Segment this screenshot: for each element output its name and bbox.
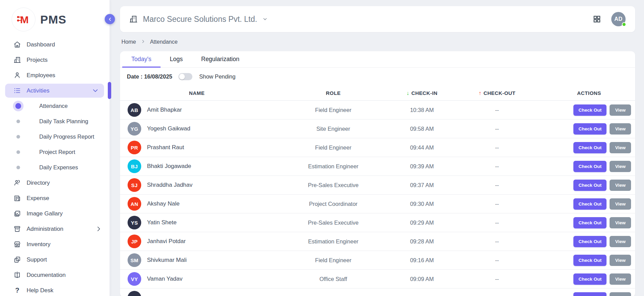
- sidebar-item-support[interactable]: Support: [0, 252, 109, 267]
- view-button[interactable]: View: [610, 104, 631, 116]
- employee-name: Akshay Nale: [147, 200, 179, 207]
- view-button[interactable]: View: [610, 292, 631, 296]
- employee-name: Vaman Yadav: [147, 276, 182, 282]
- employee-cell: JP Janhavi Potdar: [120, 235, 274, 248]
- sidebar-item-inventory[interactable]: Inventory: [0, 237, 109, 252]
- column-header-name[interactable]: NAME: [120, 90, 274, 96]
- sidebar-collapse-button[interactable]: [105, 14, 115, 24]
- check-out-time: --: [451, 220, 543, 226]
- sidebar-item-label: Dashboard: [27, 41, 55, 48]
- check-out-button[interactable]: Check Out: [573, 255, 607, 266]
- employee-cell: [120, 291, 274, 296]
- apps-grid-icon[interactable]: [593, 15, 601, 23]
- check-in-time: 09:37 AM: [393, 182, 451, 188]
- avatar: AN: [128, 197, 141, 211]
- avatar: BJ: [128, 159, 141, 173]
- sidebar-item-activities[interactable]: Activities: [5, 84, 104, 98]
- check-out-button[interactable]: Check Out: [573, 217, 607, 228]
- attendance-table-body: AB Amit Bhapkar Field Engineer 10:38 AM …: [120, 101, 635, 296]
- column-header-label: CHECK-IN: [411, 90, 438, 96]
- check-out-button[interactable]: Check Out: [573, 198, 607, 210]
- actions-cell: Check Out View: [543, 198, 635, 210]
- view-button[interactable]: View: [610, 255, 631, 266]
- sidebar-item-image-gallary[interactable]: Image Gallary: [0, 206, 109, 221]
- check-out-button[interactable]: Check Out: [573, 123, 607, 135]
- bullet-icon: [16, 119, 20, 123]
- check-out-button[interactable]: Check Out: [573, 236, 607, 247]
- sidebar-item-label: Expense: [27, 195, 49, 202]
- main-content: Marco Secure Solutions Pvt. Ltd. AD Home…: [110, 0, 644, 296]
- employee-role: Estimation Engineer: [274, 238, 393, 245]
- sidebar-item-expense[interactable]: Expense: [0, 191, 109, 206]
- attendance-table: NAME ROLE ↓ CHECK-IN ↑ CHECK-OUT ACTIONS…: [120, 86, 635, 296]
- check-out-button[interactable]: Check Out: [573, 180, 607, 191]
- sidebar-item-documentation[interactable]: Documentation: [0, 267, 109, 283]
- toggle-knob: [179, 74, 185, 80]
- sidebar-item-dashboard[interactable]: Dashboard: [0, 37, 109, 52]
- sidebar-item-daily-progress-report[interactable]: Daily Progress Report: [0, 129, 109, 144]
- sidebar-item-employees[interactable]: Employees: [0, 68, 109, 83]
- view-button[interactable]: View: [610, 217, 631, 228]
- employee-name: Prashant Raut: [147, 144, 184, 151]
- avatar: SJ: [128, 178, 141, 192]
- online-status-dot: [622, 22, 626, 27]
- sidebar-nav: Dashboard Projects Employees Activities …: [0, 37, 109, 296]
- sidebar-item-daily-expenses[interactable]: Daily Expenses: [0, 160, 109, 175]
- view-button[interactable]: View: [610, 273, 631, 285]
- breadcrumb-home[interactable]: Home: [121, 39, 136, 45]
- logo[interactable]: M PMS: [0, 0, 109, 37]
- actions-cell: Check Out View: [543, 273, 635, 285]
- user-avatar[interactable]: AD: [611, 12, 626, 26]
- sidebar-subitem-label: Daily Expenses: [39, 164, 78, 171]
- employee-cell: SM Shivkumar Mali: [120, 253, 274, 267]
- employee-name: Yatin Shete: [147, 219, 177, 226]
- bullet-icon: [16, 166, 20, 169]
- view-button[interactable]: View: [610, 123, 631, 135]
- sidebar-item-administration[interactable]: Administration: [0, 221, 109, 237]
- person-icon: [13, 71, 21, 79]
- employee-role: Project Coordinator: [274, 201, 393, 207]
- people-icon: [13, 179, 21, 187]
- building-icon: [13, 56, 21, 64]
- sidebar-item-daily-task-planning[interactable]: Daily Task Planning: [0, 114, 109, 129]
- check-in-time: 09:16 AM: [393, 257, 451, 264]
- view-button[interactable]: View: [610, 161, 631, 172]
- employee-cell: AN Akshay Nale: [120, 197, 274, 211]
- check-out-button[interactable]: Check Out: [573, 104, 607, 116]
- check-out-time: --: [451, 201, 543, 207]
- view-button[interactable]: View: [610, 142, 631, 153]
- company-selector[interactable]: Marco Secure Solutions Pvt. Ltd.: [129, 15, 268, 24]
- sidebar-item-project-report[interactable]: Project Report: [0, 144, 109, 160]
- column-header-check-out[interactable]: ↑ CHECK-OUT: [451, 90, 543, 96]
- sidebar-item-help-desk[interactable]: ? Help Desk: [0, 283, 109, 296]
- employee-role: Field Engineer: [274, 144, 393, 151]
- archive-box-icon: [13, 225, 21, 233]
- employee-role: Pre-Sales Executive: [274, 182, 393, 188]
- check-out-button[interactable]: Check Out: [573, 273, 607, 285]
- column-header-role[interactable]: ROLE: [274, 90, 393, 96]
- employee-role: Field Engineer: [274, 257, 393, 264]
- tab-logs[interactable]: Logs: [161, 51, 192, 67]
- table-row: BJ Bhakti Jogawade Estimation Engineer 0…: [120, 157, 635, 176]
- sidebar-item-directory[interactable]: Directory: [0, 175, 109, 191]
- sidebar-item-label: Projects: [27, 57, 47, 64]
- check-out-button[interactable]: Check Out: [573, 292, 607, 296]
- tab-regularization[interactable]: Regularization: [192, 51, 249, 67]
- check-out-button[interactable]: Check Out: [573, 161, 607, 172]
- table-row-partial: Check Out View: [120, 288, 635, 296]
- book-icon: [13, 271, 21, 279]
- check-in-time: 09:30 AM: [393, 201, 451, 207]
- check-out-button[interactable]: Check Out: [573, 142, 607, 153]
- sidebar-item-attendance[interactable]: Attendance: [0, 98, 109, 114]
- column-header-check-in[interactable]: ↓ CHECK-IN: [393, 90, 451, 96]
- view-button[interactable]: View: [610, 198, 631, 210]
- view-button[interactable]: View: [610, 236, 631, 247]
- tab-todays[interactable]: Today's: [122, 51, 161, 67]
- view-button[interactable]: View: [610, 180, 631, 191]
- employee-name: Janhavi Potdar: [147, 238, 186, 245]
- sidebar-item-projects[interactable]: Projects: [0, 52, 109, 68]
- sidebar-item-label: Image Gallary: [27, 210, 63, 217]
- employee-cell: AB Amit Bhapkar: [120, 103, 274, 117]
- show-pending-toggle[interactable]: [178, 73, 192, 80]
- sidebar-item-label: Documentation: [27, 272, 65, 279]
